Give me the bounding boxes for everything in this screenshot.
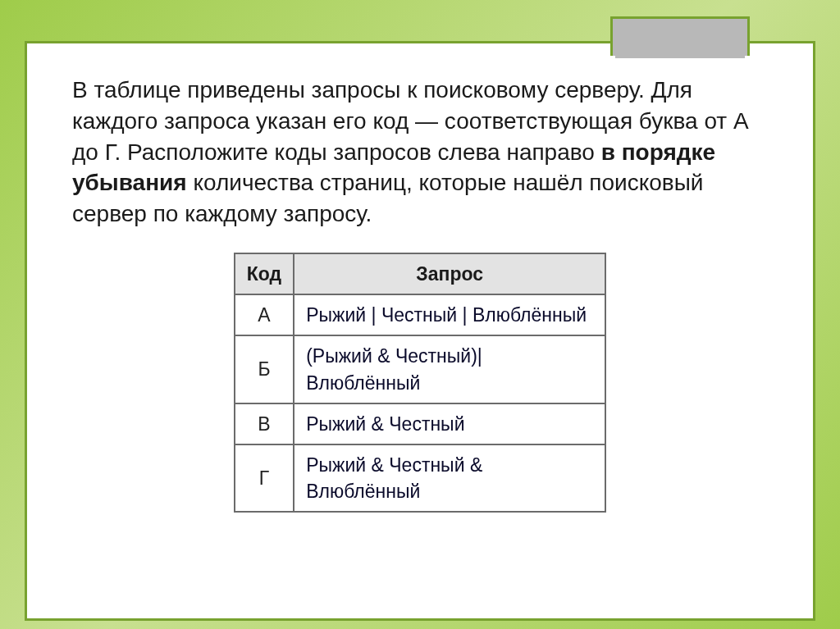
table-header-row: Код Запрос bbox=[235, 253, 605, 294]
slide-tab-fill bbox=[615, 21, 745, 58]
cell-code: Б bbox=[235, 335, 294, 403]
cell-query: Рыжий & Честный bbox=[294, 403, 605, 444]
table-row: Б (Рыжий & Честный)|Влюблённый bbox=[235, 335, 605, 403]
cell-query: Рыжий | Честный | Влюблённый bbox=[294, 294, 605, 335]
table-wrapper: Код Запрос А Рыжий | Честный | Влюблённы… bbox=[72, 253, 768, 513]
query-table: Код Запрос А Рыжий | Честный | Влюблённы… bbox=[234, 253, 606, 513]
header-code: Код bbox=[235, 253, 294, 294]
cell-query: Рыжий & Честный & Влюблённый bbox=[294, 444, 605, 512]
table-row: Г Рыжий & Честный & Влюблённый bbox=[235, 444, 605, 512]
slide-content: В таблице приведены запросы к поисковому… bbox=[27, 43, 813, 529]
slide-frame: В таблице приведены запросы к поисковому… bbox=[25, 41, 815, 621]
cell-query: (Рыжий & Честный)|Влюблённый bbox=[294, 335, 605, 403]
header-query: Запрос bbox=[294, 253, 605, 294]
cell-code: А bbox=[235, 294, 294, 335]
table-row: В Рыжий & Честный bbox=[235, 403, 605, 444]
question-text: В таблице приведены запросы к поисковому… bbox=[72, 75, 768, 230]
cell-code: Г bbox=[235, 444, 294, 512]
cell-code: В bbox=[235, 403, 294, 444]
table-row: А Рыжий | Честный | Влюблённый bbox=[235, 294, 605, 335]
slide-tab bbox=[610, 16, 750, 56]
